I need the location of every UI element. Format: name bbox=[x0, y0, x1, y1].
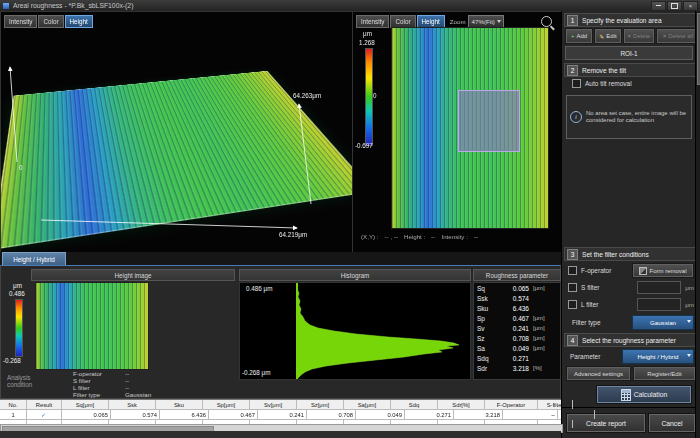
analysis-content: Height image Histogram Roughness paramet… bbox=[0, 265, 561, 399]
height-label: Height : bbox=[404, 233, 425, 240]
register-edit-button[interactable]: Register/Edit bbox=[633, 366, 696, 381]
param-name: Sdq bbox=[477, 355, 499, 362]
s-filter-input[interactable] bbox=[637, 281, 681, 294]
plus-icon: + bbox=[571, 33, 575, 39]
panel-scrollbar[interactable] bbox=[695, 11, 700, 438]
xy-label: (X,Y) : bbox=[361, 233, 379, 240]
auto-tilt-checkbox[interactable] bbox=[572, 79, 581, 88]
cancel-button[interactable]: Cancel bbox=[648, 413, 696, 433]
s-filter-unit: μm bbox=[685, 284, 694, 291]
s-filter-label: S filter bbox=[581, 284, 599, 291]
histogram-min-label: -0.268 μm bbox=[242, 369, 270, 376]
calculation-button[interactable]: Calculation bbox=[596, 385, 692, 404]
roughness-header: Roughness parameter bbox=[473, 269, 561, 281]
add-button[interactable]: +Add bbox=[565, 28, 593, 44]
info-text: No area set case, entire image will be c… bbox=[586, 110, 688, 125]
cancel-label: Cancel bbox=[661, 420, 682, 427]
intensity-value: -- bbox=[474, 233, 478, 240]
evaluation-area-roi[interactable] bbox=[458, 90, 520, 152]
roughness-parameter-row: Sdr3.218[%] bbox=[474, 363, 560, 373]
param-value: 6.436 bbox=[499, 305, 529, 312]
filter-type-label: Filter type bbox=[572, 319, 601, 326]
roi-buttons-row: +Add ✎Edit ×Delete ×Delete all bbox=[565, 28, 700, 44]
view-2d-panel: Intensity Color Height Zoom 47%(Fit) μm … bbox=[352, 11, 562, 254]
param-name: Sq bbox=[477, 285, 499, 292]
table-cell: 6.436 bbox=[160, 410, 209, 419]
s-filter-checkbox[interactable] bbox=[568, 283, 577, 292]
l-filter-checkbox[interactable] bbox=[568, 300, 577, 309]
param-value: 0.574 bbox=[499, 295, 529, 302]
edit-button[interactable]: ✎Edit bbox=[594, 28, 622, 44]
view-3d-panel: 64.263μm 64.219μm 0 Intensity Color Heig… bbox=[0, 11, 353, 254]
analysis-condition-row: F-operator-- bbox=[73, 370, 213, 377]
height-value: -- bbox=[431, 233, 435, 240]
section-4-number: 4 bbox=[567, 335, 578, 346]
l-filter-row: L filter μm bbox=[568, 298, 694, 311]
roughness-parameter-row: Sz0.708[μm] bbox=[474, 333, 560, 343]
condition-value: -- bbox=[125, 384, 185, 391]
parameter-value: Height / Hybrid bbox=[638, 353, 679, 360]
l-filter-input[interactable] bbox=[637, 298, 681, 311]
table-cell: 0.241 bbox=[258, 410, 307, 419]
table-header-cell: Sq[μm] bbox=[62, 400, 109, 409]
chevron-down-icon bbox=[687, 320, 691, 323]
condition-name: S filter bbox=[73, 377, 125, 384]
application-window: { "window": { "title": "Areal roughness … bbox=[0, 0, 700, 438]
maximize-button[interactable] bbox=[667, 1, 682, 11]
surface-2d-image[interactable] bbox=[391, 27, 549, 229]
param-name: Sp bbox=[477, 315, 499, 322]
section-1-header: 1 Specify the evaluation area bbox=[564, 13, 700, 27]
param-value: 0.065 bbox=[499, 285, 529, 292]
param-name: Sa bbox=[477, 345, 499, 352]
intensity-button-3d[interactable]: Intensity bbox=[4, 15, 37, 28]
table-cell: 3.218 bbox=[454, 410, 503, 419]
filter-type-select[interactable]: Gaussian bbox=[632, 315, 694, 330]
parameter-select[interactable]: Height / Hybrid bbox=[622, 349, 694, 364]
axis-label-x: 64.219μm bbox=[279, 231, 307, 238]
table-header-cell: Sa[μm] bbox=[344, 400, 391, 409]
param-name: Sku bbox=[477, 305, 499, 312]
roughness-parameter-row: Sku6.436 bbox=[474, 303, 560, 313]
advanced-settings-button[interactable]: Advanced settings bbox=[566, 366, 631, 381]
roughness-parameter-row: Sp0.467[μm] bbox=[474, 313, 560, 323]
param-value: 0.467 bbox=[499, 315, 529, 322]
delete-label: Delete bbox=[633, 33, 650, 39]
delete-all-button[interactable]: ×Delete all bbox=[656, 28, 700, 44]
roi-selector[interactable]: ROI-1 bbox=[565, 46, 693, 60]
param-unit: [μm] bbox=[529, 345, 557, 351]
table-header-cell: Result bbox=[27, 400, 62, 409]
close-button[interactable]: × bbox=[683, 1, 698, 11]
histogram-shape bbox=[296, 283, 468, 379]
form-removal-button[interactable]: Form removal bbox=[632, 263, 694, 278]
param-unit: [μm] bbox=[529, 325, 557, 331]
x-icon: × bbox=[628, 33, 632, 39]
height-button-3d[interactable]: Height bbox=[65, 15, 93, 28]
delete-button[interactable]: ×Delete bbox=[623, 28, 655, 44]
table-header-cell: Sdr[%] bbox=[438, 400, 485, 409]
param-value: 3.218 bbox=[499, 365, 529, 372]
height-image[interactable] bbox=[35, 282, 149, 370]
advanced-settings-label: Advanced settings bbox=[574, 371, 623, 377]
filter-type-row: Filter type Gaussian bbox=[572, 315, 694, 330]
intensity-label: Intensity : bbox=[441, 233, 467, 240]
height-colorbar-max: 0.486 bbox=[9, 290, 25, 297]
auto-tilt-row: Auto tilt removal bbox=[572, 79, 632, 88]
table-data-row[interactable]: 1✓0.0650.5746.4360.4670.2410.7080.0490.2… bbox=[0, 410, 561, 420]
intensity-button-2d[interactable]: Intensity bbox=[356, 15, 389, 28]
minimize-icon bbox=[656, 5, 661, 6]
check-icon: ✓ bbox=[41, 411, 46, 418]
color-button-3d[interactable]: Color bbox=[38, 15, 63, 28]
view-3d-toolbar: Intensity Color Height bbox=[4, 15, 94, 28]
table-header-cell: Sz[μm] bbox=[297, 400, 344, 409]
param-name: Sdr bbox=[477, 365, 499, 372]
minimize-button[interactable] bbox=[651, 1, 666, 11]
table-cell: -- bbox=[503, 410, 558, 419]
x-icon: × bbox=[663, 33, 667, 39]
tab-height-hybrid[interactable]: Height / Hybrid bbox=[2, 252, 66, 266]
colorbar-2d bbox=[365, 48, 373, 146]
magnifier-icon[interactable] bbox=[541, 16, 552, 27]
table-row-number: 1 bbox=[0, 410, 27, 419]
roughness-parameter-list: Sq0.065[μm]Ssk0.574Sku6.436Sp0.467[μm]Sv… bbox=[473, 282, 561, 380]
f-operator-checkbox[interactable] bbox=[568, 266, 577, 275]
section-3-header: 3 Set the filter conditions bbox=[564, 247, 700, 261]
